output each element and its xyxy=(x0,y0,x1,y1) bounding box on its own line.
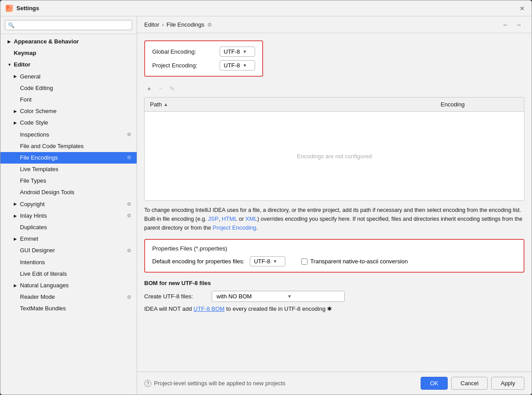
col-path-label: Path xyxy=(150,101,162,108)
forward-button[interactable]: → xyxy=(513,20,524,29)
back-button[interactable]: ← xyxy=(500,20,511,29)
footer-hint-text: Project-level settings will be applied t… xyxy=(154,380,285,387)
footer-buttons: OK Cancel Apply xyxy=(421,377,524,390)
sidebar-item-label: Live Edit of literals xyxy=(20,270,67,278)
properties-encoding-value: UTF-8 xyxy=(254,258,270,265)
properties-encoding-select[interactable]: UTF-8 ▼ xyxy=(250,256,285,266)
search-input[interactable] xyxy=(16,22,129,28)
sidebar-item-inlay-hints[interactable]: ▶ Inlay Hints ⚙ xyxy=(0,210,137,222)
sidebar-item-label: File Encodings xyxy=(20,154,58,162)
sidebar-item-label: Android Design Tools xyxy=(20,188,75,196)
settings-dialog: J Settings ✕ 🔍 ▶ Appearance & Behavior xyxy=(0,0,532,395)
add-path-button[interactable]: + xyxy=(144,84,154,94)
sidebar-item-copyright[interactable]: ▶ Copyright ⚙ xyxy=(0,199,137,210)
sidebar-item-label: Inspections xyxy=(20,131,49,139)
sidebar-item-keymap[interactable]: Keymap xyxy=(0,47,137,59)
dialog-title: Settings xyxy=(16,5,39,12)
sidebar-item-code-editing[interactable]: Code Editing xyxy=(0,82,137,94)
expand-arrow-color-scheme: ▶ xyxy=(14,109,18,114)
sidebar-item-label: Color Scheme xyxy=(20,107,56,115)
html-link[interactable]: HTML xyxy=(222,215,237,222)
sidebar-item-label: TextMate Bundles xyxy=(20,305,66,313)
sidebar-item-label: Live Templates xyxy=(20,165,58,173)
sidebar-item-color-scheme[interactable]: ▶ Color Scheme xyxy=(0,106,137,117)
bom-note-suffix: to every created file in UTF-8 encoding … xyxy=(225,305,332,312)
close-button[interactable]: ✕ xyxy=(518,4,526,12)
transparent-checkbox[interactable] xyxy=(301,258,307,265)
col-encoding-label: Encoding xyxy=(441,101,465,108)
main-content: Editor › File Encodings ⚙ ← → Global Enc… xyxy=(137,16,532,395)
sidebar-item-reader-mode[interactable]: Reader Mode ⚙ xyxy=(0,291,137,303)
sidebar-item-general[interactable]: ▶ General xyxy=(0,71,137,82)
bom-row: Create UTF-8 files: with NO BOM ▼ xyxy=(144,291,524,302)
sidebar-item-inspections[interactable]: Inspections ⚙ xyxy=(0,129,137,141)
sidebar-item-live-templates[interactable]: Live Templates xyxy=(0,164,137,175)
sidebar-item-textmate[interactable]: TextMate Bundles xyxy=(0,303,137,314)
breadcrumb: Editor › File Encodings ⚙ xyxy=(144,21,212,28)
sidebar-item-appearance[interactable]: ▶ Appearance & Behavior xyxy=(0,36,137,47)
jsp-link[interactable]: JSP xyxy=(208,215,219,222)
table-body: Encodings are not configured xyxy=(145,112,524,200)
sidebar-item-file-code-templates[interactable]: File and Code Templates xyxy=(0,141,137,152)
sidebar-item-label: Reader Mode xyxy=(20,293,55,301)
properties-row: Default encoding for properties files: U… xyxy=(152,256,516,266)
transparent-label: Transparent native-to-ascii conversion xyxy=(310,258,408,265)
sidebar-item-emmet[interactable]: ▶ Emmet xyxy=(0,233,137,245)
global-encoding-select[interactable]: UTF-8 ▼ xyxy=(220,47,255,57)
sort-icon: ▲ xyxy=(164,102,168,107)
expand-arrow-appearance: ▶ xyxy=(8,39,12,45)
properties-encoding-dropdown-icon: ▼ xyxy=(273,259,277,264)
sidebar-item-label: Duplicates xyxy=(20,223,47,231)
edit-path-button[interactable]: ✎ xyxy=(167,84,177,94)
path-encoding-table: Path ▲ Encoding Encodings are not config… xyxy=(144,97,524,201)
bom-create-select[interactable]: with NO BOM ▼ xyxy=(212,291,345,302)
sidebar-item-live-edit[interactable]: Live Edit of literals xyxy=(0,268,137,280)
content-area: Global Encoding: UTF-8 ▼ Project Encodin… xyxy=(137,33,532,372)
bom-title: BOM for new UTF-8 files xyxy=(144,280,524,286)
bom-link[interactable]: UTF-8 BOM xyxy=(193,305,225,312)
sidebar-item-file-encodings[interactable]: File Encodings ⚙ xyxy=(0,152,137,164)
sidebar-item-code-style[interactable]: ▶ Code Style xyxy=(0,117,137,129)
sidebar-item-android-design-tools[interactable]: Android Design Tools xyxy=(0,187,137,198)
nav-arrows: ← → xyxy=(500,20,524,29)
bom-note-prefix: IDEA will NOT add xyxy=(144,305,193,312)
xml-link[interactable]: XML xyxy=(245,215,257,222)
sidebar-item-intentions[interactable]: Intentions xyxy=(0,257,137,268)
sidebar-item-file-types[interactable]: File Types xyxy=(0,175,137,187)
breadcrumb-bar: Editor › File Encodings ⚙ ← → xyxy=(137,16,532,33)
remove-path-button[interactable]: − xyxy=(156,84,166,94)
expand-arrow-code-style: ▶ xyxy=(14,120,18,126)
app-icon: J xyxy=(6,5,13,12)
sidebar-item-gui-designer[interactable]: GUI Designer ⚙ xyxy=(0,245,137,256)
sidebar-item-duplicates[interactable]: Duplicates xyxy=(0,222,137,233)
breadcrumb-gear-icon[interactable]: ⚙ xyxy=(207,22,212,28)
search-input-wrap: 🔍 xyxy=(5,20,132,30)
settings-icon-reader-mode: ⚙ xyxy=(127,294,131,301)
sidebar-item-label: Font xyxy=(20,96,32,104)
dialog-body: 🔍 ▶ Appearance & Behavior Keymap ▼ Edito… xyxy=(0,16,532,395)
settings-icon-gui-designer: ⚙ xyxy=(127,247,131,254)
cancel-button[interactable]: Cancel xyxy=(451,377,488,390)
expand-arrow-editor: ▼ xyxy=(8,62,12,68)
ok-button[interactable]: OK xyxy=(421,377,448,390)
settings-icon-inspections: ⚙ xyxy=(127,131,131,138)
global-encoding-row: Global Encoding: UTF-8 ▼ xyxy=(152,47,255,57)
sidebar-item-label: Natural Languages xyxy=(20,282,69,289)
apply-button[interactable]: Apply xyxy=(491,377,524,390)
sidebar-tree: ▶ Appearance & Behavior Keymap ▼ Editor … xyxy=(0,34,137,395)
sidebar-item-label: GUI Designer xyxy=(20,246,55,254)
project-encoding-link[interactable]: Project Encoding xyxy=(213,224,256,231)
project-encoding-select[interactable]: UTF-8 ▼ xyxy=(220,60,255,70)
sidebar-item-editor[interactable]: ▼ Editor xyxy=(0,59,137,70)
bom-create-label: Create UTF-8 files: xyxy=(144,293,206,300)
settings-icon-file-encodings: ⚙ xyxy=(127,154,131,161)
breadcrumb-current: File Encodings xyxy=(166,21,204,28)
footer-hint: ? Project-level settings will be applied… xyxy=(144,380,421,387)
search-box: 🔍 xyxy=(0,16,137,34)
bom-section: BOM for new UTF-8 files Create UTF-8 fil… xyxy=(144,280,524,312)
sidebar-item-natural-languages[interactable]: ▶ Natural Languages xyxy=(0,280,137,291)
expand-arrow-copyright: ▶ xyxy=(14,201,18,207)
search-icon: 🔍 xyxy=(8,22,15,28)
sidebar-item-font[interactable]: Font xyxy=(0,94,137,106)
project-encoding-dropdown-icon: ▼ xyxy=(243,63,247,68)
